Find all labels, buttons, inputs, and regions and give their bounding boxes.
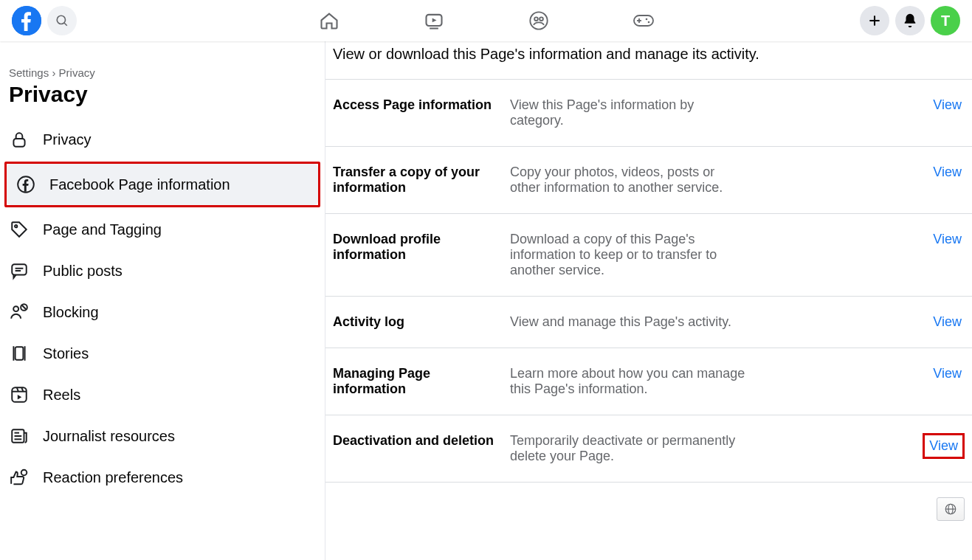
sidebar-item-label: Public posts (43, 263, 123, 280)
sidebar-item-label: Reaction preferences (43, 469, 183, 486)
view-link-access[interactable]: View (933, 97, 965, 113)
setting-title: Activity log (333, 314, 495, 330)
sidebar-item-facebook-page-information[interactable]: Facebook Page information (7, 164, 318, 205)
sidebar-list: Privacy Facebook Page information Page a… (0, 119, 325, 498)
facebook-logo[interactable] (12, 6, 41, 35)
highlight-selected-sidebar: Facebook Page information (4, 162, 320, 207)
setting-title: Managing Page information (333, 366, 495, 397)
intro-text: View or download this Page's information… (325, 41, 972, 79)
bell-icon (902, 13, 918, 29)
page-title: Privacy (0, 79, 325, 119)
notifications-button[interactable] (895, 6, 925, 35)
sidebar-item-label: Stories (43, 345, 89, 362)
create-button[interactable] (860, 6, 889, 35)
gamepad-icon (633, 13, 655, 29)
facebook-logo-icon (12, 6, 41, 35)
sidebar-item-label: Journalist resources (43, 428, 175, 445)
search-icon (55, 14, 69, 27)
svg-point-1 (57, 15, 65, 24)
svg-point-17 (15, 225, 17, 227)
sidebar-item-blocking[interactable]: Blocking (0, 291, 325, 333)
view-link-managing[interactable]: View (933, 366, 965, 381)
header-right: T (860, 6, 960, 35)
reels-icon (9, 384, 30, 405)
sidebar-item-label: Privacy (43, 131, 92, 148)
svg-rect-18 (12, 264, 27, 274)
setting-desc: Temporarily deactivate or permanently de… (510, 433, 746, 464)
main-content: View or download this Page's information… (325, 41, 972, 560)
view-link-transfer[interactable]: View (933, 165, 965, 180)
header-center-nav (310, 1, 663, 40)
stories-icon (9, 343, 30, 364)
setting-row-managing: Managing Page information Learn more abo… (325, 348, 972, 415)
svg-rect-8 (634, 15, 653, 26)
nav-watch[interactable] (415, 1, 453, 40)
setting-title: Download profile information (333, 232, 495, 263)
breadcrumb[interactable]: Settings › Privacy (0, 41, 325, 79)
setting-title: Transfer a copy of your information (333, 165, 495, 196)
setting-title: Access Page information (333, 97, 495, 113)
setting-desc: Copy your photos, videos, posts or other… (510, 165, 746, 196)
breadcrumb-sep: › (52, 66, 55, 79)
sidebar-item-page-and-tagging[interactable]: Page and Tagging (0, 209, 325, 250)
audience-globe-button[interactable] (937, 497, 965, 521)
setting-desc: Download a copy of this Page's informati… (510, 232, 746, 278)
sidebar-item-label: Facebook Page information (49, 176, 230, 193)
svg-point-21 (13, 306, 18, 311)
setting-row-access: Access Page information View this Page's… (325, 79, 972, 146)
globe-icon (944, 502, 957, 516)
svg-point-12 (647, 21, 649, 24)
watch-icon (424, 10, 444, 31)
groups-icon (528, 10, 549, 31)
svg-point-11 (645, 18, 647, 21)
svg-point-33 (21, 470, 27, 476)
setting-desc: Learn more about how you can manage this… (510, 366, 746, 397)
sidebar: Settings › Privacy Privacy Privacy Faceb… (0, 41, 325, 560)
setting-row-deactivation: Deactivation and deletion Temporarily de… (325, 415, 972, 482)
view-link-activity[interactable]: View (933, 314, 965, 330)
plus-icon (867, 13, 882, 28)
sidebar-item-stories[interactable]: Stories (0, 333, 325, 374)
svg-point-5 (530, 12, 547, 29)
sidebar-item-label: Page and Tagging (43, 221, 162, 238)
setting-desc: View this Page's information by category… (510, 97, 746, 128)
sidebar-item-label: Blocking (43, 304, 99, 321)
top-header: T (0, 0, 972, 41)
avatar[interactable]: T (931, 6, 960, 35)
nav-home[interactable] (310, 1, 348, 40)
sidebar-item-reaction-preferences[interactable]: Reaction preferences (0, 457, 325, 498)
sidebar-item-label: Reels (43, 387, 80, 404)
avatar-initial: T (941, 13, 950, 30)
blocking-icon (9, 302, 30, 322)
svg-rect-24 (15, 347, 24, 359)
comment-icon (9, 260, 30, 281)
setting-title: Deactivation and deletion (333, 433, 495, 449)
svg-line-2 (64, 23, 67, 26)
footer-area (325, 482, 972, 528)
svg-rect-15 (13, 139, 24, 147)
svg-point-7 (540, 17, 543, 21)
setting-row-download: Download profile information Download a … (325, 213, 972, 296)
svg-line-23 (22, 305, 26, 309)
view-link-download[interactable]: View (933, 232, 965, 247)
tag-icon (9, 219, 30, 240)
search-button[interactable] (47, 6, 77, 35)
setting-row-activity: Activity log View and manage this Page's… (325, 296, 972, 348)
setting-desc: View and manage this Page's activity. (510, 314, 746, 330)
sidebar-item-reels[interactable]: Reels (0, 374, 325, 415)
sidebar-item-journalist-resources[interactable]: Journalist resources (0, 415, 325, 457)
breadcrumb-current: Privacy (59, 66, 95, 79)
svg-rect-25 (12, 387, 27, 402)
breadcrumb-parent: Settings (9, 66, 49, 79)
setting-row-transfer: Transfer a copy of your information Copy… (325, 146, 972, 213)
thumbs-up-icon (9, 467, 30, 488)
view-link-deactivation[interactable]: View (923, 433, 965, 459)
news-icon (9, 426, 30, 446)
sidebar-item-public-posts[interactable]: Public posts (0, 250, 325, 291)
body: Settings › Privacy Privacy Privacy Faceb… (0, 41, 972, 560)
nav-groups[interactable] (520, 1, 558, 40)
lock-icon (9, 129, 30, 150)
home-icon (319, 10, 339, 31)
sidebar-item-privacy[interactable]: Privacy (0, 119, 325, 160)
nav-gaming[interactable] (624, 1, 663, 40)
